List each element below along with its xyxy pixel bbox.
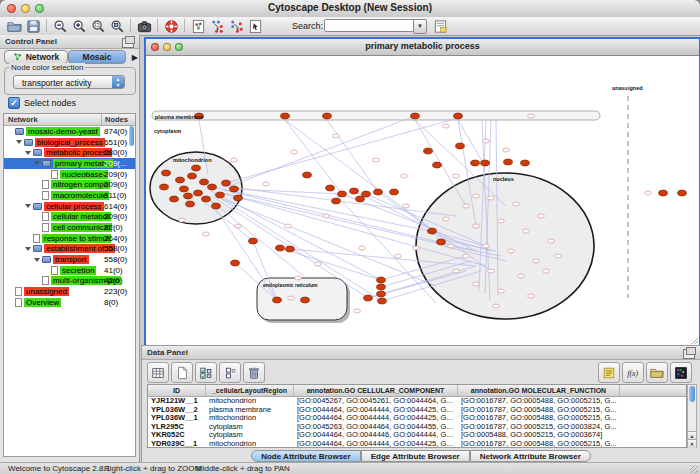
table-cell[interactable]: mitochondrion (206, 414, 294, 423)
tree-row-metabolic-process[interactable]: metabolic process280(0) (4, 147, 135, 158)
tree-row-secretion[interactable]: secretion41(0) (4, 265, 135, 276)
table-cell[interactable]: YLR295C (148, 423, 206, 432)
table-row-ydr039c__1[interactable]: YDR039C__1mitochondrion[GO:0044464, GO:0… (148, 440, 686, 448)
tree-row-nitrogen-compo[interactable]: nitrogen compo209(0) (4, 179, 135, 190)
table-row-ypl036w__1[interactable]: YPL036W__1mitochondrion[GO:0044464, GO:0… (148, 414, 686, 423)
table-cell[interactable]: [GO:0044464, GO:0044444, GO:0044425, G..… (294, 440, 458, 448)
tree-row-mosaic-demo-yeast[interactable]: mosaic-demo-yeast874(0) (4, 126, 135, 137)
expand-arrow-icon[interactable] (25, 204, 31, 208)
select-nodes-checkbox[interactable]: ✓ (8, 97, 20, 109)
network-doc-button[interactable] (190, 18, 207, 34)
camera-button[interactable] (136, 18, 153, 34)
tree-row-establishment-of-lo[interactable]: establishment of lo558(0) (4, 244, 135, 255)
column-header-molecular-function[interactable]: annotation.GO MOLECULAR_FUNCTION (458, 385, 620, 396)
tree-scrollbar[interactable] (129, 126, 134, 146)
tree-column-nodes[interactable]: Nodes (105, 115, 128, 124)
column-header-cellular-component[interactable]: annotation.GO CELLULAR_COMPONENT (294, 385, 458, 396)
zoom-out-button[interactable] (52, 18, 69, 34)
table-cell[interactable]: [GO:0045263, GO:0044464, GO:0044455, G..… (294, 423, 458, 432)
trash-button[interactable] (243, 362, 265, 383)
tree-row-primary-metabo[interactable]: primary metabo209(... (4, 158, 135, 169)
table-row-yjr121w__1[interactable]: YJR121W__1mitochondrion[GO:0045267, GO:0… (148, 397, 686, 406)
unselect-attrs-button[interactable] (219, 362, 241, 383)
table-cell[interactable]: [GO:0016787, GO:0005488, GO:0005215, G..… (458, 414, 620, 423)
tree-row-multi-organism-pro[interactable]: multi-organism pro42(0) (4, 276, 135, 287)
tree-row-cellular-metabol[interactable]: cellular metabol209(0) (4, 212, 135, 223)
table-cell[interactable]: YDR039C__1 (148, 440, 206, 448)
tree-row-nucleobase-[interactable]: nucleobase-209(0) (4, 169, 135, 180)
zoom-region-button[interactable] (90, 18, 107, 34)
table-cell[interactable]: mitochondrion (206, 440, 294, 448)
table-cell[interactable]: cytoplasm (206, 431, 294, 440)
table-cell[interactable]: plasma membrane (206, 406, 294, 415)
tree-row-biological-process[interactable]: biological_process651(0) (4, 137, 135, 148)
table-row-ylr295c[interactable]: YLR295Ccytoplasm[GO:0045263, GO:0044464,… (148, 423, 686, 432)
zoom-fit-button[interactable] (109, 18, 126, 34)
expand-arrow-icon[interactable] (34, 161, 40, 165)
table-button[interactable] (147, 362, 169, 383)
float-panel-icon[interactable] (122, 38, 134, 48)
zoom-in-button[interactable] (71, 18, 88, 34)
expand-arrow-icon[interactable] (25, 151, 31, 155)
table-cell[interactable]: [GO:0044464, GO:0044444, GO:0044425, G..… (294, 406, 458, 415)
column-header-region[interactable]: _cellularLayoutRegion (206, 385, 294, 396)
open-folder-button[interactable] (6, 18, 23, 34)
tree-row-cell-communicat[interactable]: cell communicat22(0) (4, 222, 135, 233)
tree-row-macromolecule[interactable]: macromolecule311(0) (4, 190, 135, 201)
table-cell[interactable]: YJR121W__1 (148, 397, 206, 406)
help-button[interactable] (163, 18, 180, 34)
table-cell[interactable]: [GO:0005488, GO:0005215, GO:0003674] (458, 431, 620, 440)
table-cell[interactable]: [GO:0044464, GO:0044446, GO:0044444, G..… (294, 431, 458, 440)
layout-b-button[interactable] (228, 18, 245, 34)
select-attrs-button[interactable] (195, 362, 217, 383)
notes-button[interactable] (598, 362, 620, 383)
tree-column-network[interactable]: Network (8, 115, 38, 124)
table-cell[interactable]: YPL036W__2 (148, 406, 206, 415)
expand-arrow-icon[interactable] (34, 258, 40, 262)
table-cell[interactable]: [GO:0016787, GO:0005488, GO:0005215, G..… (458, 440, 620, 448)
search-input[interactable] (324, 19, 416, 32)
table-cell[interactable]: [GO:0044464, GO:0044444, GO:0044425, G..… (294, 414, 458, 423)
matrix-button[interactable] (670, 362, 692, 383)
import-button[interactable] (646, 362, 668, 383)
tree-row-overview[interactable]: Overview8(0) (4, 297, 135, 308)
scrollbar-thumb[interactable] (689, 386, 695, 402)
table-scrollbar[interactable]: ▲ ▼ (687, 384, 697, 448)
network-tree-header[interactable]: Network Nodes (4, 114, 135, 126)
network-view-titlebar[interactable]: primary metabolic process (146, 39, 699, 56)
select-doc-button[interactable] (247, 18, 264, 34)
expand-arrow-icon[interactable] (16, 140, 22, 144)
resize-grip-icon[interactable] (690, 465, 698, 473)
expand-arrow-icon[interactable] (25, 247, 31, 251)
tree-row-cellular-process[interactable]: cellular process614(0) (4, 201, 135, 212)
tab-network-attribute-browser[interactable]: Network Attribute Browser (470, 450, 591, 462)
tab-node-attribute-browser[interactable]: Node Attribute Browser (251, 450, 361, 462)
network-canvas[interactable]: plasma membranecytoplasmmitochondrionnuc… (146, 56, 699, 347)
table-cell[interactable]: cytoplasm (206, 423, 294, 432)
tree-row-transport[interactable]: transport558(0) (4, 254, 135, 265)
table-cell[interactable]: mitochondrion (206, 397, 294, 406)
tab-mosaic[interactable]: Mosaic (68, 50, 126, 64)
save-button[interactable] (25, 18, 42, 34)
formula-button[interactable]: f(x) (622, 362, 644, 383)
table-cell[interactable]: [GO:0016787, GO:0005488, GO:0005215, G..… (458, 397, 620, 406)
table-cell[interactable]: [GO:0016787, GO:0005215, GO:0003824, G..… (458, 423, 620, 432)
new-doc-button[interactable] (171, 362, 193, 383)
tree-row-unassigned[interactable]: unassigned223(0) (4, 286, 135, 297)
column-header-id[interactable]: ID (148, 385, 206, 396)
layout-a-button[interactable] (209, 18, 226, 34)
table-row-ypl036w__2[interactable]: YPL036W__2plasma membrane[GO:0044464, GO… (148, 406, 686, 415)
tab-overflow-arrow-icon[interactable]: ▶ (132, 53, 138, 62)
tab-network[interactable]: Network (4, 50, 68, 64)
node-color-select[interactable]: transporter activity ▲▼ (13, 75, 125, 89)
annotation-button[interactable] (432, 18, 449, 34)
tree-row-response-to-stimul[interactable]: response to stimul264(0) (4, 233, 135, 244)
table-cell[interactable]: YKR052C (148, 431, 206, 440)
float-panel-icon[interactable] (683, 349, 695, 359)
scroll-down-icon[interactable]: ▼ (688, 439, 696, 448)
table-cell[interactable]: YPL036W__1 (148, 414, 206, 423)
search-options-chevron-icon[interactable]: ▼ (413, 19, 427, 34)
table-cell[interactable]: [GO:0016787, GO:0005488, GO:0005215, G..… (458, 406, 620, 415)
select-stepper-icon[interactable]: ▲▼ (112, 76, 124, 88)
table-row-ykr052c[interactable]: YKR052Ccytoplasm[GO:0044464, GO:0044446,… (148, 431, 686, 440)
